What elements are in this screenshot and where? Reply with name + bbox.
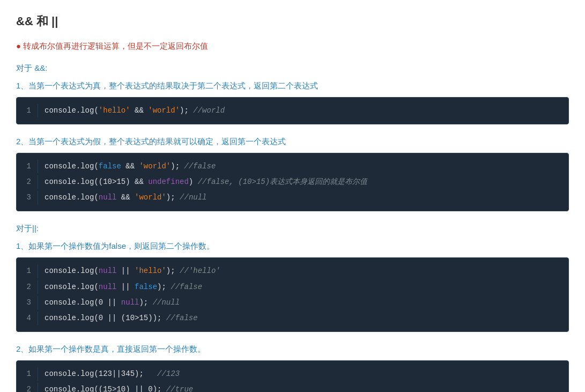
code-text: console.log((10>15) && undefined) //fals… (45, 175, 367, 189)
code-line: 1 console.log(123||345); //123 (17, 366, 568, 382)
code-text: console.log(null || false); //false (45, 280, 202, 294)
code-text: console.log(0 || null); //null (45, 296, 180, 309)
code-text: console.log((15>10) || 0); //true (45, 383, 193, 392)
section-or: 对于||: 1、如果第一个操作数值为false，则返回第二个操作数。 1 con… (16, 221, 569, 392)
code-text: console.log(null && 'world'); //null (45, 191, 207, 204)
code-line: 1 console.log('hello' && 'world'); //wor… (17, 103, 568, 119)
code-line: 2 console.log((10>15) && undefined) //fa… (17, 174, 568, 190)
line-num: 2 (17, 383, 38, 392)
code-block-3: 1 console.log(null || 'hello'); //'hello… (16, 257, 569, 332)
line-num: 1 (17, 367, 38, 381)
code-text: console.log('hello' && 'world'); //world (45, 104, 225, 117)
bullet-intro: 转成布尔值再进行逻辑运算，但是不一定返回布尔值 (16, 39, 569, 53)
code-line: 3 console.log(null && 'world'); //null (17, 190, 568, 205)
or-sub1-title: 1、如果第一个操作数值为false，则返回第二个操作数。 (16, 239, 569, 253)
line-num: 1 (17, 104, 38, 117)
section-and-title: 对于 &&: (16, 61, 569, 75)
line-num: 1 (17, 264, 38, 278)
code-line: 1 console.log(null || 'hello'); //'hello… (17, 263, 568, 279)
code-text: console.log(null || 'hello'); //'hello' (45, 264, 220, 278)
line-num: 4 (17, 312, 38, 325)
line-num: 1 (17, 160, 38, 173)
code-line: 3 console.log(0 || null); //null (17, 295, 568, 310)
code-text: console.log(0 || (10>15)); //false (45, 312, 198, 325)
code-line: 4 console.log(0 || (10>15)); //false (17, 310, 568, 326)
and-sub1-title: 1、当第一个表达式为真，整个表达式的结果取决于第二个表达式，返回第二个表达式 (16, 78, 569, 93)
code-block-2: 1 console.log(false && 'world'); //false… (16, 153, 569, 212)
page-title: && 和 || (16, 11, 569, 32)
section-and: 对于 &&: 1、当第一个表达式为真，整个表达式的结果取决于第二个表达式，返回第… (16, 61, 569, 212)
or-sub2-title: 2、如果第一个操作数是真，直接返回第一个操作数。 (16, 342, 569, 356)
code-line: 1 console.log(false && 'world'); //false (17, 159, 568, 174)
code-line: 2 console.log((15>10) || 0); //true (17, 382, 568, 392)
line-num: 2 (17, 175, 38, 189)
code-block-1: 1 console.log('hello' && 'world'); //wor… (16, 97, 569, 124)
line-num: 2 (17, 280, 38, 294)
and-sub2-title: 2、当第一个表达式为假，整个表达式的结果就可以确定，返回第一个表达式 (16, 134, 569, 149)
code-text: console.log(false && 'world'); //false (45, 160, 216, 173)
page-container: && 和 || 转成布尔值再进行逻辑运算，但是不一定返回布尔值 对于 &&: 1… (16, 11, 569, 392)
line-num: 3 (17, 191, 38, 204)
line-num: 3 (17, 296, 38, 309)
code-line: 2 console.log(null || false); //false (17, 279, 568, 295)
code-text: console.log(123||345); //123 (45, 367, 180, 381)
section-or-title: 对于||: (16, 221, 569, 235)
code-block-4: 1 console.log(123||345); //123 2 console… (16, 360, 569, 392)
